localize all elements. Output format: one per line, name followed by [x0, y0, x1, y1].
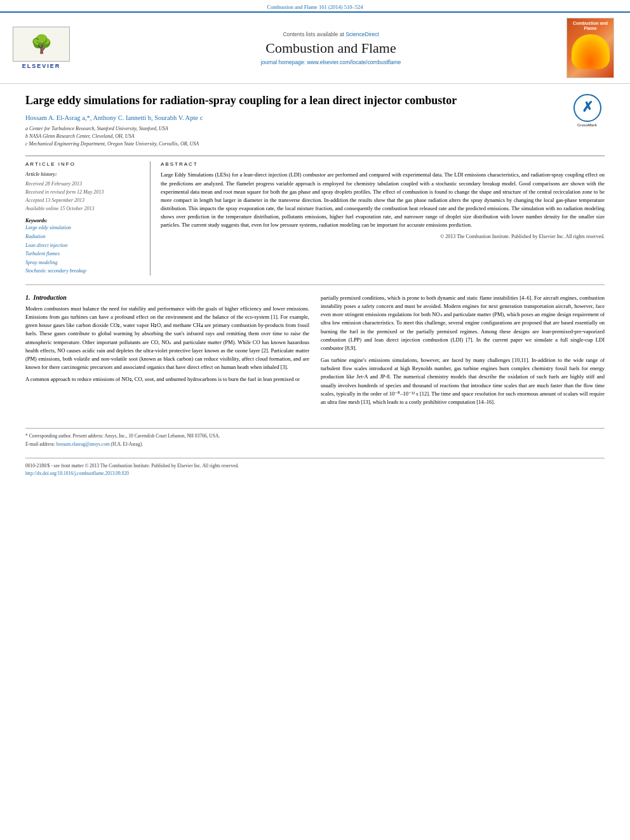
keyword-5: Stochastic secondary breakup	[25, 267, 140, 276]
body-col-left: 1. Introduction Modern combustors must b…	[25, 294, 309, 410]
email-label: E-mail address:	[25, 441, 55, 447]
abstract-panel: ABSTRACT Large Eddy Simulations (LESs) f…	[161, 161, 605, 276]
elsevier-logo: 🌳 ELSEVIER	[13, 27, 70, 69]
footer-copyright: 0010-2180/$ - see front matter © 2013 Th…	[25, 462, 605, 470]
journal-cover-image: Combustion and Flame	[566, 18, 614, 78]
affiliation-b: b NASA Glenn Research Center, Cleveland,…	[25, 133, 605, 140]
body-para-col1-0: Modern combustors must balance the need …	[25, 305, 309, 371]
sciencedirect-link[interactable]: ScienceDirect	[345, 31, 379, 37]
history-item-3: Available online 15 October 2013	[25, 205, 140, 213]
journal-ref-text: Combustion and Flame 161 (2014) 510–524	[267, 4, 363, 10]
article-info-panel: ARTICLE INFO Article history: Received 2…	[25, 161, 140, 276]
elsevier-logo-area: 🌳 ELSEVIER	[13, 18, 95, 78]
abstract-copyright: © 2013 The Combustion Institute. Publish…	[161, 234, 605, 239]
body-col-right: partially premixed conditions, which is …	[321, 294, 605, 410]
journal-homepage: journal homepage: www.elsevier.com/locat…	[261, 59, 401, 65]
keyword-1: Radiation	[25, 232, 140, 241]
body-para-col2-0: partially premixed conditions, which is …	[321, 294, 605, 352]
history-item-0: Received 28 February 2013	[25, 180, 140, 189]
cover-flame	[572, 34, 610, 69]
history-item-1: Received in revised form 12 May 2013	[25, 189, 140, 197]
body-para-col2-1: Gas turbine engine's emissions simulatio…	[321, 356, 605, 406]
article-history: Article history: Received 28 February 20…	[25, 171, 140, 213]
section-number: 1.	[25, 294, 30, 301]
history-item-2: Accepted 13 September 2013	[25, 197, 140, 205]
keyword-3: Turbulent flames	[25, 250, 140, 258]
crossmark-circle: ✗	[573, 94, 601, 122]
history-label: Article history:	[25, 171, 140, 179]
section-title: Introduction	[34, 294, 67, 301]
doi-link[interactable]: http://dx.doi.org/10.1016/j.combustflame…	[25, 470, 129, 476]
elsevier-name: ELSEVIER	[22, 63, 61, 69]
vertical-divider	[150, 161, 151, 276]
corresponding-author-note: * Corresponding author. Present address:…	[25, 432, 605, 441]
crossmark-icon: ✗	[582, 98, 593, 117]
email-note: E-mail address: hossam.elasrag@ansys.com…	[25, 441, 605, 449]
abstract-label: ABSTRACT	[161, 161, 605, 167]
keyword-2: Lean direct injection	[25, 241, 140, 250]
keyword-0: Large eddy simulation	[25, 223, 140, 232]
email-link[interactable]: hossam.elasrag@ansys.com	[57, 441, 110, 447]
body-columns: 1. Introduction Modern combustors must b…	[25, 294, 605, 410]
affiliation-c: c Mechanical Engineering Department, Ore…	[25, 140, 605, 148]
crossmark-badge[interactable]: ✗ CrossMark	[570, 93, 605, 128]
affiliation-a: a Center for Turbulence Research, Stanfo…	[25, 125, 605, 133]
elsevier-tree-icon: 🌳	[30, 34, 53, 55]
section-1-heading: 1. Introduction	[25, 294, 309, 301]
journal-header: 🌳 ELSEVIER Contents lists available at S…	[0, 11, 630, 84]
abstract-text: Large Eddy Simulations (LESs) for a lean…	[161, 171, 605, 229]
authors-line: Hossam A. El-Asrag a,*, Anthony C. Ianne…	[25, 114, 605, 121]
keywords-list: Large eddy simulation Radiation Lean dir…	[25, 223, 140, 276]
elsevier-logo-box: 🌳	[13, 27, 70, 62]
sciencedirect-label: Contents lists available at	[283, 31, 344, 37]
keywords-section: Keywords: Large eddy simulation Radiatio…	[25, 218, 140, 276]
keywords-label: Keywords:	[25, 218, 140, 223]
sciencedirect-line: Contents lists available at ScienceDirec…	[283, 31, 379, 37]
body-divider	[25, 284, 605, 285]
footnote-section: * Corresponding author. Present address:…	[25, 428, 605, 449]
crossmark-label: CrossMark	[577, 123, 597, 128]
affiliations: a Center for Turbulence Research, Stanfo…	[25, 125, 605, 148]
body-para-col1-1: A common approach to reduce emissions of…	[25, 375, 309, 383]
paper-content: Large eddy simulations for radiation-spr…	[0, 84, 630, 423]
page-footer: 0010-2180/$ - see front matter © 2013 Th…	[25, 458, 605, 476]
homepage-link[interactable]: journal homepage: www.elsevier.com/locat…	[261, 59, 401, 65]
journal-cover: Combustion and Flame	[566, 18, 617, 78]
paper-title-text: Large eddy simulations for radiation-spr…	[25, 94, 457, 107]
journal-reference: Combustion and Flame 161 (2014) 510–524	[0, 0, 630, 11]
cover-title: Combustion and Flame	[569, 21, 612, 32]
paper-title-area: Large eddy simulations for radiation-spr…	[25, 93, 605, 108]
email-author: (H.A. El-Asrag).	[111, 441, 143, 447]
article-info-abstract-row: ARTICLE INFO Article history: Received 2…	[25, 156, 605, 276]
journal-header-center: Contents lists available at ScienceDirec…	[102, 18, 560, 78]
journal-title: Combustion and Flame	[265, 40, 396, 57]
keyword-4: Spray modeling	[25, 258, 140, 267]
article-info-label: ARTICLE INFO	[25, 161, 140, 167]
